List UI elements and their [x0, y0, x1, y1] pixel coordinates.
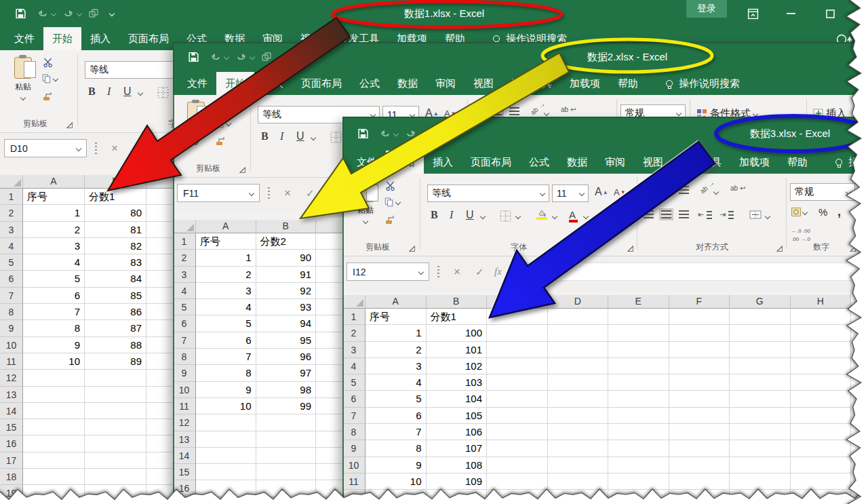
- align-center-button[interactable]: [661, 210, 671, 218]
- cell-F7[interactable]: [669, 408, 730, 424]
- select-all-corner[interactable]: [173, 220, 196, 233]
- cell-H3[interactable]: [791, 342, 852, 358]
- cell-D3[interactable]: [548, 342, 609, 358]
- cell-G3[interactable]: [730, 342, 791, 358]
- row-header-8[interactable]: 8: [342, 424, 366, 440]
- cell-H1[interactable]: [791, 309, 852, 325]
- tell-me-search[interactable]: 操作说明搜索: [835, 151, 868, 174]
- cell-A11[interactable]: 10: [196, 398, 256, 414]
- customize-qat-icon[interactable]: [283, 55, 287, 59]
- save-icon[interactable]: [188, 52, 199, 63]
- cell-A10[interactable]: 9: [196, 382, 256, 398]
- cell-G10[interactable]: [730, 457, 791, 473]
- undo-icon[interactable]: [37, 8, 49, 19]
- name-box[interactable]: I12: [347, 263, 429, 281]
- cell-A16[interactable]: [196, 480, 256, 497]
- underline-button[interactable]: U: [123, 85, 132, 98]
- row-header-17[interactable]: 17: [0, 452, 23, 469]
- cell-B13[interactable]: [256, 431, 317, 448]
- fill-color-button[interactable]: [536, 209, 547, 218]
- align-top-button[interactable]: [474, 107, 484, 115]
- tab-文件[interactable]: 文件: [178, 72, 216, 95]
- row-header-2[interactable]: 2: [0, 205, 23, 221]
- redo-dropdown-icon[interactable]: [250, 55, 254, 59]
- tab-帮助[interactable]: 帮助: [778, 151, 816, 174]
- row-header-6[interactable]: 6: [342, 391, 366, 407]
- column-header-C[interactable]: C: [487, 295, 548, 309]
- customize-qat-icon[interactable]: [110, 12, 114, 16]
- cell-A7[interactable]: 6: [23, 288, 85, 304]
- phonetic-guide-button[interactable]: wén: [601, 212, 612, 218]
- cell-B10[interactable]: 108: [427, 457, 488, 473]
- cell-D10[interactable]: [548, 457, 609, 473]
- cell-D12[interactable]: [548, 490, 609, 504]
- cell-B14[interactable]: [85, 403, 146, 419]
- fx-icon[interactable]: fx: [152, 139, 159, 157]
- cell-A12[interactable]: [196, 414, 256, 431]
- cell-A7[interactable]: 6: [196, 332, 256, 349]
- borders-dropdown-icon[interactable]: [515, 214, 521, 219]
- cell-A15[interactable]: [196, 464, 256, 480]
- cell-D8[interactable]: [548, 424, 609, 440]
- cell-F12[interactable]: [669, 490, 730, 504]
- cell-B5[interactable]: 83: [85, 254, 146, 271]
- cell-H8[interactable]: [791, 424, 852, 440]
- align-middle-button[interactable]: [661, 186, 671, 194]
- row-header-2[interactable]: 2: [342, 325, 366, 341]
- cell-A13[interactable]: [196, 431, 256, 448]
- format-painter-button[interactable]: [215, 134, 230, 148]
- tab-文件[interactable]: 文件: [348, 151, 386, 174]
- clipboard-dialog-launcher[interactable]: [66, 122, 73, 128]
- row-header-5[interactable]: 5: [0, 254, 23, 271]
- tab-公式[interactable]: 公式: [351, 72, 389, 95]
- cell-D7[interactable]: [548, 408, 609, 424]
- cell-A5[interactable]: 4: [196, 299, 256, 315]
- row-header-11[interactable]: 11: [342, 473, 366, 490]
- namebox-resize-handle[interactable]: [268, 184, 270, 202]
- cell-A12[interactable]: [366, 490, 427, 504]
- cell-A10[interactable]: 9: [23, 337, 85, 353]
- cell-A1[interactable]: 序号: [196, 233, 256, 250]
- fill-color-dropdown-icon[interactable]: [552, 214, 557, 219]
- cell-B1[interactable]: 分数1: [427, 309, 488, 325]
- undo-dropdown-icon[interactable]: [224, 55, 229, 59]
- cell-B8[interactable]: 106: [427, 424, 488, 440]
- cell-A1[interactable]: 序号: [23, 189, 85, 205]
- cell-A19[interactable]: [23, 485, 85, 501]
- cell-H7[interactable]: [791, 408, 852, 424]
- select-all-corner[interactable]: [342, 295, 366, 309]
- alignment-dialog-launcher[interactable]: [776, 246, 783, 252]
- cell-A13[interactable]: [23, 387, 85, 403]
- orientation-dropdown-icon[interactable]: [544, 111, 549, 116]
- row-header-4[interactable]: 4: [342, 358, 366, 374]
- row-header-10[interactable]: 10: [0, 337, 23, 353]
- row-header-12[interactable]: 12: [0, 370, 23, 386]
- cell-B7[interactable]: 95: [256, 332, 317, 349]
- cell-A6[interactable]: 5: [23, 271, 85, 287]
- cell-A9[interactable]: 8: [23, 320, 85, 336]
- cell-C9[interactable]: [487, 440, 548, 457]
- cell-E3[interactable]: [608, 342, 669, 358]
- cancel-icon[interactable]: ×: [284, 184, 291, 202]
- touch-mode-icon[interactable]: [431, 128, 441, 139]
- cell-C8[interactable]: [487, 424, 548, 440]
- row-header-4[interactable]: 4: [0, 238, 23, 254]
- cell-B15[interactable]: [256, 464, 317, 480]
- cell-D4[interactable]: [548, 358, 609, 374]
- percent-style-button[interactable]: %: [818, 206, 827, 218]
- cell-B14[interactable]: [256, 448, 317, 464]
- namebox-resize-handle[interactable]: [95, 139, 97, 157]
- cell-C11[interactable]: [487, 473, 548, 490]
- cell-B6[interactable]: 94: [256, 315, 317, 332]
- row-header-14[interactable]: 14: [173, 448, 196, 464]
- cell-D1[interactable]: [548, 309, 609, 325]
- row-header-9[interactable]: 9: [173, 365, 196, 381]
- cell-B17[interactable]: [256, 497, 317, 504]
- tab-开始[interactable]: 开始: [386, 151, 424, 174]
- tab-开始[interactable]: 开始: [216, 72, 254, 95]
- column-header-E[interactable]: E: [608, 295, 669, 309]
- tab-视图[interactable]: 视图: [634, 151, 672, 174]
- cell-E4[interactable]: [608, 358, 669, 374]
- cell-E7[interactable]: [608, 408, 669, 424]
- cell-E9[interactable]: [608, 440, 669, 457]
